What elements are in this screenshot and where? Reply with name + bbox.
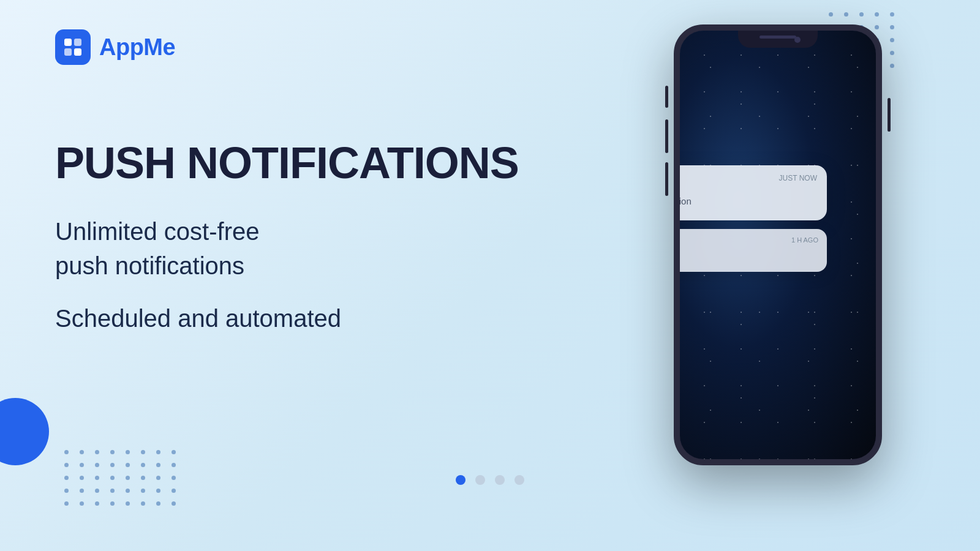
main-heading-area: PUSH NOTIFICATIONS [55,141,519,185]
phone-frame: New Arrivals Check out new 2024 Collecti… [674,24,882,465]
notification-card-2: Last 5 hours left! Buy 1 get 1 promo end… [674,229,827,272]
notif-1-body: Check out new 2024 Collection [674,196,816,206]
notif-2-time: 1 H AGO [791,236,818,244]
features-list: Unlimited cost-freepush notifications Sc… [55,214,341,354]
feature-item-2: Scheduled and automated [55,301,341,335]
phone-camera [794,37,801,43]
phone-mockup: New Arrivals Check out new 2024 Collecti… [674,24,882,502]
notifications-area: New Arrivals Check out new 2024 Collecti… [674,165,827,272]
notif-2-body: Buy 1 get 1 promo end tonight [674,252,817,261]
phone-notch [738,31,818,48]
phone-speaker [760,36,796,39]
notif-1-time: JUST NOW [779,174,817,182]
carousel-indicator [456,475,524,485]
carousel-dot-1[interactable] [456,475,466,485]
app-logo-icon [55,29,91,65]
page-title: PUSH NOTIFICATIONS [55,141,519,185]
feature-item-1: Unlimited cost-freepush notifications [55,214,341,283]
phone-mute-button [665,86,668,108]
logo-area: AppMe [55,29,175,65]
phone-power-button [888,98,891,132]
carousel-dot-2[interactable] [475,475,485,485]
decoration-circle [0,398,49,465]
phone-volume-up-button [665,119,668,153]
phone-volume-down-button [665,162,668,196]
notif-1-content: New Arrivals Check out new 2024 Collecti… [674,179,816,206]
carousel-dot-4[interactable] [514,475,524,485]
carousel-dot-3[interactable] [495,475,505,485]
logo-text: AppMe [99,34,175,61]
dot-grid-bottom-left [64,450,176,514]
notification-card-1: New Arrivals Check out new 2024 Collecti… [674,165,827,220]
